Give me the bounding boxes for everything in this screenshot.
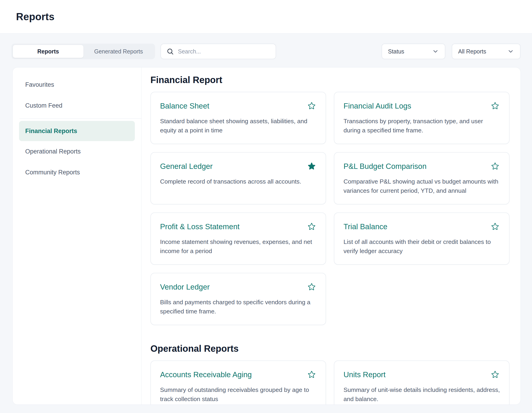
report-card[interactable]: General Ledger Complete record of transa… [151, 152, 326, 205]
report-card-header: Profit & Loss Statement [160, 222, 316, 232]
status-filter-label: Status [388, 48, 404, 55]
chevron-down-icon [507, 48, 514, 55]
section-heading: Financial Report [151, 74, 510, 85]
sidebar-item-label: Operational Reports [25, 148, 81, 155]
report-card-description: List of all accounts with their debit or… [343, 237, 500, 256]
favourite-toggle[interactable] [490, 161, 500, 171]
sidebar-item-operational-reports[interactable]: Operational Reports [13, 141, 141, 162]
report-card[interactable]: Trial Balance List of all accounts with … [334, 212, 510, 265]
report-card-header: General Ledger [160, 161, 316, 171]
report-card-description: Summary of outstanding receivables group… [160, 385, 316, 403]
report-card[interactable]: Accounts Receivable Aging Summary of out… [151, 360, 326, 404]
star-icon [307, 101, 316, 110]
favourite-toggle[interactable] [307, 370, 316, 379]
report-card[interactable]: Units Report Summary of unit-wise detail… [334, 360, 510, 404]
sidebar-top-group: Favourites Custom Feed [13, 74, 141, 116]
report-type-filter-label: All Reports [458, 48, 486, 55]
report-card-header: Trial Balance [343, 222, 500, 232]
tab-generated-reports[interactable]: Generated Reports [84, 45, 154, 58]
favourite-toggle[interactable] [490, 222, 500, 231]
report-card-header: Vendor Ledger [160, 282, 316, 292]
report-card-title[interactable]: Vendor Ledger [160, 282, 210, 292]
report-card-header: Units Report [343, 370, 500, 380]
star-icon [307, 222, 316, 231]
report-card-description: Complete record of transactions across a… [160, 177, 316, 186]
favourite-toggle[interactable] [307, 222, 316, 231]
sidebar-item-community-reports[interactable]: Community Reports [13, 162, 141, 183]
report-card-header: P&L Budget Comparison [343, 161, 500, 171]
favourite-toggle[interactable] [307, 161, 316, 171]
sidebar-item-label: Community Reports [25, 169, 80, 176]
favourite-toggle[interactable] [490, 370, 500, 379]
status-filter-dropdown[interactable]: Status [381, 44, 445, 59]
star-icon [307, 283, 316, 291]
star-icon [491, 370, 499, 379]
favourite-toggle[interactable] [307, 282, 316, 292]
favourite-toggle[interactable] [490, 101, 500, 111]
report-card-title[interactable]: Trial Balance [343, 222, 387, 232]
report-type-filter-dropdown[interactable]: All Reports [452, 44, 521, 59]
report-card-title[interactable]: General Ledger [160, 161, 213, 171]
report-card-description: Bills and payments charged to specific v… [160, 298, 316, 316]
report-card-header: Financial Audit Logs [343, 101, 500, 111]
star-icon [307, 370, 316, 379]
report-card[interactable]: P&L Budget Comparison Comparative P&L sh… [334, 152, 510, 205]
card-grid: Balance Sheet Standard balance sheet sho… [151, 92, 510, 325]
favourite-toggle[interactable] [307, 101, 316, 111]
star-icon [491, 222, 499, 231]
page-header: Reports [0, 0, 532, 33]
page-title: Reports [16, 11, 55, 22]
tab-switcher: Reports Generated Reports [11, 44, 155, 59]
report-card-description: Transactions by property, transaction ty… [343, 117, 500, 135]
sidebar-divider [19, 118, 141, 119]
report-card-title[interactable]: P&L Budget Comparison [343, 161, 427, 171]
report-card-title[interactable]: Balance Sheet [160, 101, 209, 111]
report-card[interactable]: Financial Audit Logs Transactions by pro… [334, 92, 510, 144]
star-icon [491, 162, 499, 170]
report-card-title[interactable]: Accounts Receivable Aging [160, 370, 252, 380]
report-card-description: Comparative P&L showing actual vs budget… [343, 177, 500, 195]
sidebar-item-label: Custom Feed [25, 102, 62, 109]
chevron-down-icon [432, 48, 439, 55]
sidebar-item-financial-reports[interactable]: Financial Reports [19, 121, 135, 141]
report-card-description: Summary of unit-wise details including r… [343, 385, 500, 403]
reports-panel: Favourites Custom Feed Financial Reports… [12, 67, 521, 405]
report-card-title[interactable]: Units Report [343, 370, 385, 380]
sidebar-item-custom-feed[interactable]: Custom Feed [13, 95, 141, 116]
sidebar-item-favourites[interactable]: Favourites [13, 74, 141, 95]
report-card-title[interactable]: Profit & Loss Statement [160, 222, 240, 232]
search-icon [166, 48, 174, 55]
report-section: Financial Report Balance Sheet Standard … [151, 74, 510, 325]
card-grid: Accounts Receivable Aging Summary of out… [151, 360, 510, 404]
report-card[interactable]: Balance Sheet Standard balance sheet sho… [151, 92, 326, 144]
tab-reports[interactable]: Reports [13, 45, 84, 58]
search-input[interactable] [178, 48, 270, 55]
report-card-title[interactable]: Financial Audit Logs [343, 101, 411, 111]
sidebar: Favourites Custom Feed Financial Reports… [13, 68, 142, 404]
star-icon [307, 162, 316, 170]
sidebar-category-group: Financial Reports Operational Reports Co… [13, 121, 141, 183]
report-card-header: Balance Sheet [160, 101, 316, 111]
report-card[interactable]: Profit & Loss Statement Income statement… [151, 212, 326, 265]
reports-content: Financial Report Balance Sheet Standard … [142, 68, 521, 404]
report-card-description: Income statement showing revenues, expen… [160, 237, 316, 256]
report-card-description: Standard balance sheet showing assets, l… [160, 117, 316, 135]
sidebar-item-label: Financial Reports [25, 128, 77, 135]
report-section: Operational Reports Accounts Receivable … [151, 343, 510, 404]
report-card[interactable]: Vendor Ledger Bills and payments charged… [151, 273, 326, 325]
report-card-header: Accounts Receivable Aging [160, 370, 316, 380]
toolbar: Reports Generated Reports Status All Rep… [11, 44, 521, 59]
star-icon [491, 101, 499, 110]
sidebar-item-label: Favourites [25, 81, 54, 88]
search-box[interactable] [161, 44, 276, 59]
section-heading: Operational Reports [151, 343, 510, 354]
